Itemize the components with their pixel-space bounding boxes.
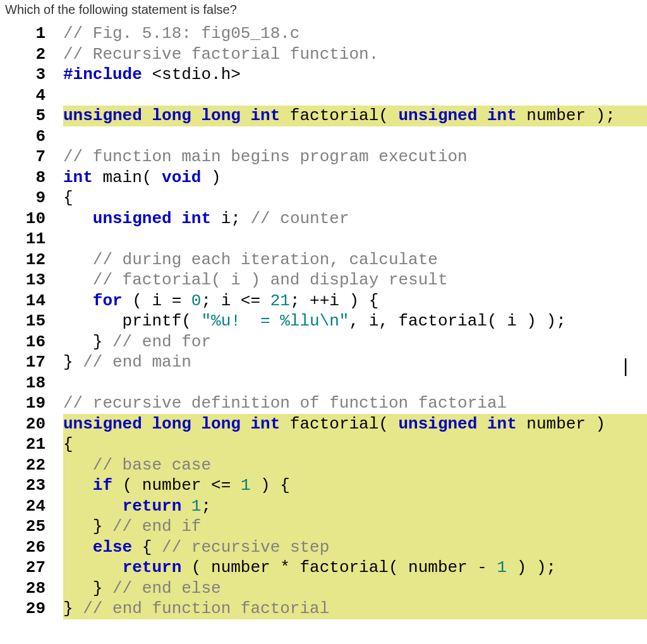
line-number: 12	[13, 250, 63, 270]
line-number: 7	[13, 147, 63, 167]
code-content	[63, 373, 647, 394]
code-line: 9{	[13, 188, 647, 209]
line-number: 21	[13, 434, 63, 455]
line-number: 17	[13, 352, 63, 373]
code-content: // function main begins program executio…	[63, 147, 647, 167]
code-line: 6	[13, 126, 647, 147]
code-content: // factorial( i ) and display result	[63, 270, 647, 291]
code-line: 21{	[13, 434, 647, 455]
line-number: 29	[13, 598, 63, 619]
line-number: 5	[13, 106, 63, 126]
code-line: 11	[13, 229, 647, 250]
line-number: 14	[13, 291, 63, 312]
code-content	[63, 229, 647, 250]
line-number: 3	[13, 64, 63, 85]
code-line: 20unsigned long long int factorial( unsi…	[13, 414, 647, 435]
code-line: 5unsigned long long int factorial( unsig…	[13, 106, 647, 126]
line-number: 28	[13, 578, 63, 599]
code-line: 24 return 1;	[13, 496, 647, 517]
code-content: return 1;	[63, 496, 647, 517]
code-line: 14 for ( i = 0; i <= 21; ++i ) {	[13, 291, 647, 312]
line-number: 22	[13, 455, 63, 476]
line-number: 4	[13, 85, 63, 106]
code-content: {	[63, 188, 647, 209]
line-number: 27	[13, 557, 63, 578]
code-line: 15 printf( "%u! = %llu\n", i, factorial(…	[13, 311, 647, 332]
code-line: 4	[13, 85, 647, 106]
code-content: } // end for	[63, 332, 647, 353]
line-number: 15	[13, 311, 63, 332]
line-number: 19	[13, 393, 63, 414]
code-line: 25 } // end if	[13, 516, 647, 537]
code-line: 2// Recursive factorial function.	[13, 44, 647, 65]
code-line: 29} // end function factorial	[13, 598, 647, 619]
code-content: // Recursive factorial function.	[63, 44, 647, 65]
code-line: 16 } // end for	[13, 332, 647, 353]
code-line: 8int main( void )	[13, 167, 647, 188]
code-content: // recursive definition of function fact…	[63, 393, 647, 414]
code-content: {	[63, 434, 647, 455]
line-number: 16	[13, 332, 63, 353]
code-line: 10 unsigned int i; // counter	[13, 209, 647, 229]
code-line: 3#include <stdio.h>	[13, 64, 647, 85]
question-text: Which of the following statement is fals…	[0, 0, 647, 23]
line-number: 10	[13, 209, 63, 229]
line-number: 9	[13, 188, 63, 209]
line-number: 2	[13, 44, 63, 65]
code-line: 27 return ( number * factorial( number -…	[13, 557, 647, 578]
code-content: printf( "%u! = %llu\n", i, factorial( i …	[63, 311, 647, 332]
code-line: 19// recursive definition of function fa…	[13, 393, 647, 414]
line-number: 11	[13, 229, 63, 250]
code-line: 13 // factorial( i ) and display result	[13, 270, 647, 291]
code-content: return ( number * factorial( number - 1 …	[63, 557, 647, 578]
line-number: 18	[13, 373, 63, 394]
code-line: 23 if ( number <= 1 ) {	[13, 475, 647, 496]
code-content: // during each iteration, calculate	[63, 250, 647, 270]
line-number: 1	[13, 23, 63, 44]
code-content: unsigned int i; // counter	[63, 209, 647, 229]
line-number: 6	[13, 126, 63, 147]
line-number: 25	[13, 516, 63, 537]
code-content: } // end function factorial	[63, 598, 647, 619]
line-number: 23	[13, 475, 63, 496]
code-line: 7// function main begins program executi…	[13, 147, 647, 167]
code-content: } // end else	[63, 578, 647, 599]
line-number: 20	[13, 414, 63, 435]
code-content	[63, 126, 647, 147]
code-content: unsigned long long int factorial( unsign…	[63, 106, 647, 126]
code-line: 17} // end main	[13, 352, 647, 373]
code-content: int main( void )	[63, 167, 647, 188]
code-content: // Fig. 5.18: fig05_18.c	[63, 23, 647, 44]
code-content: for ( i = 0; i <= 21; ++i ) {	[63, 291, 647, 312]
text-caret: |	[623, 355, 628, 377]
code-line: 12 // during each iteration, calculate	[13, 250, 647, 270]
line-number: 24	[13, 496, 63, 517]
code-line: 22 // base case	[13, 455, 647, 476]
code-content: unsigned long long int factorial( unsign…	[63, 414, 647, 435]
code-content: #include <stdio.h>	[63, 64, 647, 85]
line-number: 13	[13, 270, 63, 291]
line-number: 8	[13, 167, 63, 188]
code-content: if ( number <= 1 ) {	[63, 475, 647, 496]
code-block: 1// Fig. 5.18: fig05_18.c2// Recursive f…	[0, 23, 647, 619]
code-content	[63, 85, 647, 106]
code-line: 1// Fig. 5.18: fig05_18.c	[13, 23, 647, 44]
code-content: } // end main	[63, 352, 647, 373]
code-line: 26 else { // recursive step	[13, 537, 647, 558]
line-number: 26	[13, 537, 63, 558]
code-content: } // end if	[63, 516, 647, 537]
code-content: else { // recursive step	[63, 537, 647, 558]
code-line: 18	[13, 373, 647, 394]
code-content: // base case	[63, 455, 647, 476]
code-line: 28 } // end else	[13, 578, 647, 599]
